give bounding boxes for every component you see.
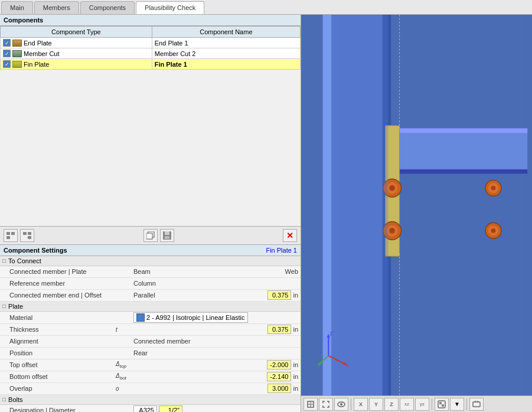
value-position: Rear — [133, 349, 148, 357]
value-column: Column — [133, 280, 156, 287]
settings-scroll[interactable]: □ To Connect Connected member | Plate Be… — [0, 256, 301, 413]
value-designation[interactable]: A325 — [133, 406, 157, 412]
value-top-offset[interactable]: -2.000 — [267, 360, 291, 370]
comp-name-cell: End Plate 1 — [152, 38, 300, 48]
value-overlap[interactable]: 3.000 — [267, 384, 291, 393]
toolbar-btn-close[interactable]: ✕ — [283, 229, 297, 242]
tab-main[interactable]: Main — [1, 1, 33, 14]
svg-rect-15 — [386, 129, 528, 174]
unit-in: in — [293, 361, 298, 368]
value-bottom-offset[interactable]: -2.140 — [267, 372, 291, 381]
setting-designation: Designation | Diameter A325 1/2" — [0, 405, 301, 413]
view-toolbar: X Y Z xz yz ▼ — [301, 395, 532, 412]
view-btn-extra[interactable] — [469, 398, 484, 411]
comp-name-cell: Member Cut 2 — [152, 48, 300, 59]
svg-rect-9 — [165, 231, 169, 235]
setting-bottom-offset: Bottom offset Δbot -2.140 in — [0, 371, 301, 383]
table-row: ✓ End Plate End Plate 1 — [1, 38, 301, 48]
3d-scene: Z Y X — [301, 15, 532, 395]
toolbar-btn-copy[interactable] — [143, 229, 158, 242]
group-to-connect[interactable]: □ To Connect — [0, 256, 301, 266]
tab-bar: Main Members Components Plausibility Che… — [0, 0, 532, 15]
view-btn-z[interactable]: Z — [384, 398, 399, 411]
setting-values: Column — [133, 280, 298, 287]
setting-values: Connected member — [133, 338, 298, 345]
svg-rect-0 — [6, 232, 10, 235]
svg-rect-2 — [6, 236, 10, 239]
view-btn-y[interactable]: Y — [369, 398, 383, 411]
unit-in: in — [293, 385, 298, 392]
setting-label: Connected member | Plate — [9, 268, 116, 275]
value-web: Web — [285, 268, 298, 275]
components-table-container: Component Type Component Name ✓ End Plat… — [0, 26, 301, 70]
svg-rect-13 — [323, 15, 331, 395]
setting-values: -2.000 in — [133, 360, 298, 370]
view-btn-xz[interactable]: xz — [400, 398, 414, 411]
main-layout: Components Component Type Component Name… — [0, 15, 532, 412]
setting-label: Reference member — [9, 280, 116, 287]
setting-label: Alignment — [9, 338, 116, 345]
toolbar-btn-2[interactable] — [20, 229, 34, 242]
value-thickness[interactable]: 0.375 — [267, 325, 291, 334]
value-offset[interactable]: 0.375 — [267, 290, 291, 300]
comp-type-cell: ✓ Fin Plate — [1, 59, 152, 70]
tab-plausibility[interactable]: Plausibility Check — [136, 1, 204, 14]
group-toggle-bolts: □ — [2, 396, 6, 403]
toolbar-btn-1[interactable] — [4, 229, 18, 242]
setting-symbol: Δtop — [116, 361, 133, 369]
setting-values: Beam Web — [133, 268, 298, 275]
setting-values: -2.140 in — [133, 372, 298, 381]
svg-point-47 — [340, 403, 342, 406]
unit-in: in — [293, 373, 298, 380]
col-name: Component Name — [152, 27, 300, 38]
view-btn-x[interactable]: X — [354, 398, 368, 411]
finplate-icon — [12, 61, 22, 68]
view-btn-dropdown[interactable]: ▼ — [450, 398, 464, 411]
setting-label: Overlap — [9, 385, 116, 392]
setting-values: Rear — [133, 349, 298, 357]
svg-point-27 — [491, 186, 496, 191]
group-label-bolts: Bolts — [8, 396, 22, 403]
unit-in: in — [293, 292, 298, 299]
separator — [351, 398, 351, 410]
checkbox-finplate[interactable]: ✓ — [3, 60, 11, 68]
setting-values: 0.375 in — [133, 325, 298, 334]
svg-rect-16 — [386, 129, 528, 133]
view-btn-eye[interactable] — [334, 398, 348, 411]
group-bolts[interactable]: □ Bolts — [0, 395, 301, 405]
group-label-connect: To Connect — [8, 257, 41, 264]
setting-values: 2 - A992 | Isotropic | Linear Elastic — [133, 312, 298, 323]
material-box[interactable]: 2 - A992 | Isotropic | Linear Elastic — [133, 312, 248, 323]
comp-spacer — [0, 70, 301, 226]
tab-components[interactable]: Components — [80, 1, 135, 14]
svg-rect-4 — [28, 232, 31, 235]
svg-point-30 — [491, 228, 496, 233]
view-btn-yz[interactable]: yz — [415, 398, 429, 411]
settings-title: Component Settings — [4, 247, 67, 254]
comp-type-label: Fin Plate — [24, 61, 49, 68]
setting-values: Parallel 0.375 in — [133, 290, 298, 300]
setting-reference-member: Reference member Column — [0, 278, 301, 290]
view-btn-fit[interactable] — [319, 398, 333, 411]
checkbox-membercut[interactable]: ✓ — [3, 50, 11, 57]
svg-rect-33 — [337, 15, 389, 395]
svg-point-21 — [389, 185, 395, 191]
view-btn-home[interactable] — [303, 398, 318, 411]
view-btn-render[interactable] — [435, 398, 449, 411]
value-alignment: Connected member — [133, 338, 191, 345]
toolbar-btn-save[interactable] — [160, 229, 174, 242]
group-toggle-plate: □ — [2, 303, 6, 309]
comp-type-label: End Plate — [24, 40, 52, 47]
comp-type-label: Member Cut — [24, 50, 60, 57]
value-diameter[interactable]: 1/2" — [159, 406, 182, 412]
setting-symbol: Δbot — [116, 372, 133, 381]
svg-rect-17 — [386, 169, 528, 174]
svg-point-24 — [389, 228, 395, 234]
tab-members[interactable]: Members — [34, 1, 79, 14]
setting-connected-end: Connected member end | Offset Parallel 0… — [0, 290, 301, 302]
checkbox-endplate[interactable]: ✓ — [3, 39, 11, 47]
table-row[interactable]: ✓ Fin Plate Fin Plate 1 — [1, 59, 301, 70]
group-plate[interactable]: □ Plate — [0, 302, 301, 312]
setting-label: Position — [9, 349, 116, 357]
setting-values: A325 1/2" — [133, 406, 298, 412]
